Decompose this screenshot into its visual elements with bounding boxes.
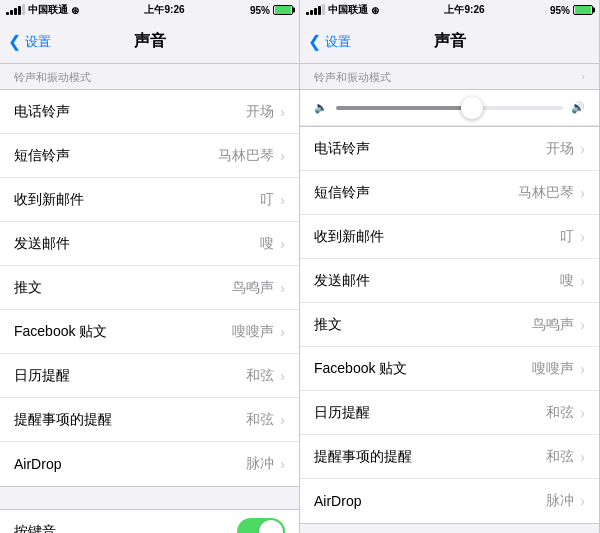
toggle-knob [259,520,283,534]
row-value: 马林巴琴 [218,147,274,165]
chevron-icon: › [280,412,285,428]
signal-icon [306,5,325,15]
row-label: 短信铃声 [14,147,218,165]
status-right: 95% [250,5,293,16]
battery-icon [273,5,293,15]
wifi-icon: ⊛ [71,5,79,16]
row-label: 提醒事项的提醒 [314,448,546,466]
chevron-icon: › [280,192,285,208]
table-row[interactable]: 短信铃声 马林巴琴 › [0,134,299,178]
row-label: 按键音 [14,523,237,534]
table-row[interactable]: 电话铃声 开场 › [300,127,599,171]
slider-fill [336,106,472,110]
table-row[interactable]: 推文 鸟鸣声 › [300,303,599,347]
row-value: 嗖嗖声 [232,323,274,341]
signal-icon [6,5,25,15]
table-row[interactable]: 发送邮件 嗖 › [300,259,599,303]
chevron-icon: › [280,368,285,384]
row-value: 脉冲 [546,492,574,510]
table-row[interactable]: 收到新邮件 叮 › [0,178,299,222]
group-spacer [0,487,299,509]
chevron-icon: › [580,273,585,289]
sound-list-right: 电话铃声 开场 › 短信铃声 马林巴琴 › 收到新邮件 叮 › 发送邮件 嗖 ›… [300,127,599,524]
table-row[interactable]: 提醒事项的提醒 和弦 › [0,398,299,442]
row-value: 嗖 [560,272,574,290]
volume-high-icon: 🔊 [571,101,585,114]
table-row[interactable]: AirDrop 脉冲 › [0,442,299,486]
section-label-left: 铃声和振动模式 [0,64,299,89]
row-value: 和弦 [546,404,574,422]
group-spacer-right [300,524,599,533]
back-button-right[interactable]: ❮ 设置 [300,32,360,51]
volume-slider-row[interactable]: 🔈 🔊 [300,90,599,126]
row-label: AirDrop [314,493,546,509]
row-label: AirDrop [14,456,246,472]
row-label: 发送邮件 [14,235,260,253]
table-row[interactable]: 发送邮件 嗖 › [0,222,299,266]
row-value: 开场 [546,140,574,158]
settings-content-right: 铃声和振动模式 › 🔈 🔊 电话铃声 开场 › 短信铃声 马林巴琴 [300,64,599,533]
row-label: 电话铃声 [14,103,246,121]
table-row[interactable]: 日历提醒 和弦 › [300,391,599,435]
left-panel: 中国联通 ⊛ 上午9:26 95% ❮ 设置 声音 铃声和振动模式 电话铃声 开… [0,0,300,533]
row-label: 短信铃声 [314,184,518,202]
time-label: 上午9:26 [444,3,484,17]
chevron-icon: › [580,493,585,509]
chevron-icon: › [580,405,585,421]
row-label: 发送邮件 [314,272,560,290]
table-row[interactable]: AirDrop 脉冲 › [300,479,599,523]
back-chevron-icon: ❮ [8,32,21,51]
row-value: 马林巴琴 [518,184,574,202]
section-label-right: 铃声和振动模式 › [300,64,599,89]
chevron-icon: › [280,324,285,340]
chevron-icon: › [580,361,585,377]
nav-bar-right: ❮ 设置 声音 [300,20,599,64]
table-row[interactable]: 电话铃声 开场 › [0,90,299,134]
table-row[interactable]: Facebook 贴文 嗖嗖声 › [0,310,299,354]
chevron-icon: › [280,148,285,164]
row-value: 嗖 [260,235,274,253]
volume-slider-track[interactable] [336,106,563,110]
status-right-right: 95% [550,5,593,16]
row-label: 推文 [314,316,532,334]
row-label: 收到新邮件 [14,191,260,209]
row-value: 鸟鸣声 [232,279,274,297]
section-chevron-icon: › [581,70,585,82]
row-label: 收到新邮件 [314,228,560,246]
row-value: 鸟鸣声 [532,316,574,334]
status-left: 中国联通 ⊛ [6,3,79,17]
row-label: 提醒事项的提醒 [14,411,246,429]
row-value: 脉冲 [246,455,274,473]
status-bar-right: 中国联通 ⊛ 上午9:26 95% [300,0,599,20]
time-label: 上午9:26 [144,3,184,17]
chevron-icon: › [280,236,285,252]
chevron-icon: › [580,229,585,245]
table-row[interactable]: Facebook 贴文 嗖嗖声 › [300,347,599,391]
row-value: 和弦 [246,367,274,385]
back-label-right: 设置 [325,33,351,51]
status-bar-left: 中国联通 ⊛ 上午9:26 95% [0,0,299,20]
back-chevron-icon: ❮ [308,32,321,51]
settings-content-left: 铃声和振动模式 电话铃声 开场 › 短信铃声 马林巴琴 › 收到新邮件 叮 › … [0,64,299,533]
row-value: 和弦 [546,448,574,466]
chevron-icon: › [280,280,285,296]
keyclick-toggle[interactable] [237,518,285,534]
chevron-icon: › [580,317,585,333]
table-row[interactable]: 日历提醒 和弦 › [0,354,299,398]
table-row[interactable]: 短信铃声 马林巴琴 › [300,171,599,215]
table-row[interactable]: 提醒事项的提醒 和弦 › [300,435,599,479]
back-button-left[interactable]: ❮ 设置 [0,32,60,51]
row-label: Facebook 贴文 [314,360,532,378]
toggle-list-left: 按键音 锁定声 [0,509,299,533]
page-title-right: 声音 [434,31,466,52]
battery-icon [573,5,593,15]
right-panel: 中国联通 ⊛ 上午9:26 95% ❮ 设置 声音 铃声和振动模式 › [300,0,600,533]
table-row[interactable]: 推文 鸟鸣声 › [0,266,299,310]
chevron-icon: › [280,104,285,120]
table-row-keyclick: 按键音 [0,510,299,533]
carrier-label: 中国联通 [328,3,368,17]
row-value: 叮 [560,228,574,246]
row-value: 嗖嗖声 [532,360,574,378]
slider-thumb[interactable] [461,97,483,119]
table-row[interactable]: 收到新邮件 叮 › [300,215,599,259]
